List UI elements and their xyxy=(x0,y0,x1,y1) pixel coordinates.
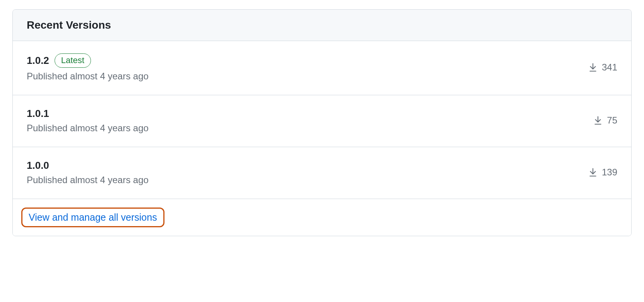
version-number: 1.0.0 xyxy=(27,160,49,172)
download-count: 139 xyxy=(602,167,617,178)
version-top: 1.0.0 xyxy=(27,160,149,172)
version-number: 1.0.1 xyxy=(27,108,49,120)
version-top: 1.0.2 Latest xyxy=(27,53,149,68)
version-number: 1.0.2 xyxy=(27,55,49,67)
recent-versions-panel: Recent Versions 1.0.2 Latest Published a… xyxy=(12,9,632,236)
download-icon xyxy=(593,115,603,125)
version-info: 1.0.0 Published almost 4 years ago xyxy=(27,160,149,185)
view-manage-all-versions-link[interactable]: View and manage all versions xyxy=(21,208,164,227)
download-count: 75 xyxy=(607,115,617,126)
version-downloads: 139 xyxy=(588,167,617,178)
version-published: Published almost 4 years ago xyxy=(27,71,149,82)
version-row[interactable]: 1.0.2 Latest Published almost 4 years ag… xyxy=(13,41,631,95)
panel-title: Recent Versions xyxy=(27,19,617,31)
version-row[interactable]: 1.0.0 Published almost 4 years ago 139 xyxy=(13,147,631,199)
version-downloads: 75 xyxy=(593,115,617,126)
version-info: 1.0.1 Published almost 4 years ago xyxy=(27,108,149,134)
version-info: 1.0.2 Latest Published almost 4 years ag… xyxy=(27,53,149,82)
panel-footer: View and manage all versions xyxy=(13,199,631,236)
download-icon xyxy=(588,167,598,177)
download-count: 341 xyxy=(602,62,617,73)
version-published: Published almost 4 years ago xyxy=(27,123,149,134)
latest-badge: Latest xyxy=(55,53,91,68)
version-published: Published almost 4 years ago xyxy=(27,175,149,185)
panel-header: Recent Versions xyxy=(13,10,631,41)
version-downloads: 341 xyxy=(588,62,617,73)
version-row[interactable]: 1.0.1 Published almost 4 years ago 75 xyxy=(13,95,631,147)
download-icon xyxy=(588,62,598,72)
version-top: 1.0.1 xyxy=(27,108,149,120)
